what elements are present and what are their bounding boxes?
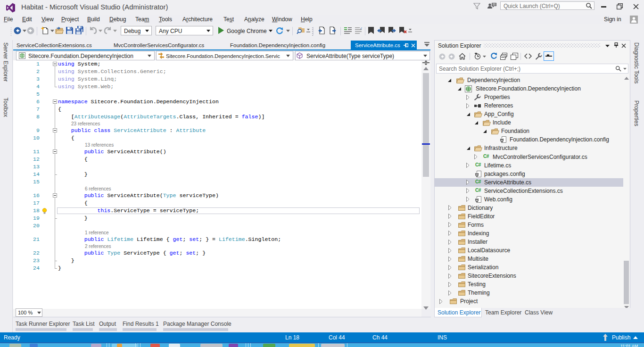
svg-text:2: 2 [360, 27, 362, 30]
